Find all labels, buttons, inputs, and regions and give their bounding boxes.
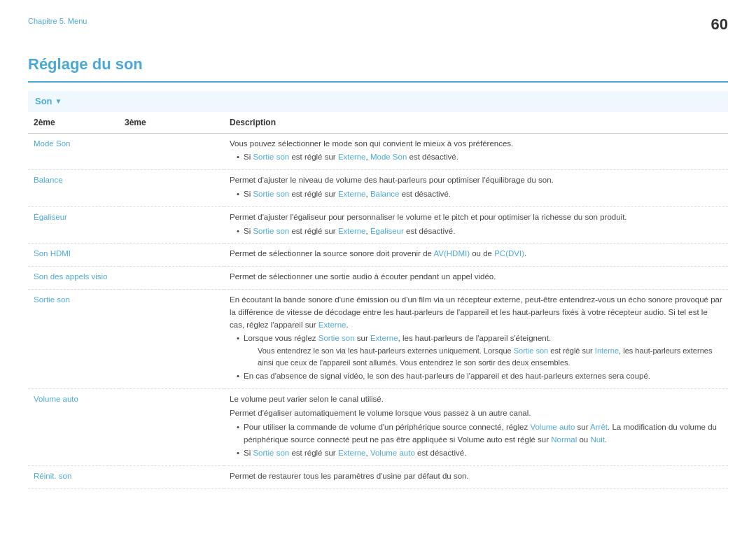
link-text: Volume auto (370, 449, 415, 457)
item-description: Permet d'ajuster le niveau de volume des… (224, 170, 728, 207)
link-text: Volume auto (370, 449, 415, 457)
page-number: 60 (711, 13, 728, 36)
link-text: Volume auto (370, 449, 415, 457)
link-text: Sortie son (253, 153, 289, 161)
item-name: Son des appels visio (28, 267, 119, 290)
chapter-label: Chapitre 5. Menu (28, 15, 87, 27)
link-text: Volume auto (530, 423, 575, 431)
table-row: ÉgaliseurPermet d'ajuster l'égaliseur po… (28, 206, 728, 244)
bullet-list-complex2: Pour utiliser la commande de volume d'un… (230, 421, 722, 460)
table-header: 2ème 3ème Description (28, 112, 728, 134)
table-row: Mode SonVous pouvez sélectionner le mode… (28, 133, 728, 170)
item-description: Permet de sélectionner la source sonore … (224, 244, 728, 267)
desc-text: En écoutant la bande sonore d'une émissi… (230, 294, 722, 331)
link-text: Externe (338, 449, 366, 457)
link-text: Sortie son (253, 227, 289, 235)
table-row: Réinit. sonPermet de restaurer tous les … (28, 466, 728, 489)
item-col2 (119, 133, 224, 170)
link-text: AV(HDMI) (434, 249, 470, 258)
table-row: Volume autoLe volume peut varier selon l… (28, 389, 728, 466)
list-item: Si Sortie son est réglé sur Externe, Vol… (237, 447, 722, 460)
item-name: Égaliseur (28, 206, 119, 244)
item-description: Le volume peut varier selon le canal uti… (224, 389, 728, 466)
item-description: Permet de sélectionner une sortie audio … (224, 267, 728, 290)
link-text: Égaliseur (370, 227, 404, 235)
link-text: Sortie son (253, 449, 289, 457)
item-description: Vous pouvez sélectionner le mode son qui… (224, 133, 728, 170)
item-name: Sortie son (28, 290, 119, 389)
desc-text: Permet de restaurer tous les paramètres … (230, 470, 722, 483)
table-row: Sortie sonEn écoutant la bande sonore d'… (28, 290, 728, 389)
section-header-text: Son (35, 94, 52, 108)
desc-text: Vous pouvez sélectionner le mode son qui… (230, 138, 722, 150)
link-text: PC(DVI) (494, 249, 524, 258)
list-item: Si Sortie son est réglé sur Externe, Mod… (237, 151, 722, 164)
item-col2 (119, 466, 224, 489)
table-row: Son des appels visioPermet de sélectionn… (28, 267, 728, 290)
list-item: Si Sortie son est réglé sur Externe, Éga… (237, 225, 722, 238)
item-name: Son HDMI (28, 244, 119, 267)
desc-text: Permet d'égaliser automatiquement le vol… (230, 407, 722, 420)
item-col2 (119, 206, 224, 244)
table-row: BalancePermet d'ajuster le niveau de vol… (28, 170, 728, 207)
link-text: Volume auto (530, 423, 575, 431)
chevron-down-icon: ▼ (55, 96, 62, 106)
link-text: Volume auto (370, 449, 415, 457)
item-description: Permet de restaurer tous les paramètres … (224, 466, 728, 489)
title-divider (28, 81, 728, 83)
col-header-desc: Description (224, 112, 728, 134)
item-col2 (119, 267, 224, 290)
desc-text: Permet d'ajuster l'égaliseur pour person… (230, 211, 722, 224)
bullet-list: Si Sortie son est réglé sur Externe, Mod… (230, 151, 722, 164)
desc-text-mixed: Permet de sélectionner la source sonore … (230, 248, 722, 260)
bullet-list: Si Sortie son est réglé sur Externe, Bal… (230, 188, 722, 201)
link-text: Externe (338, 153, 366, 161)
item-name: Mode Son (28, 133, 119, 170)
link-text: Balance (370, 190, 400, 198)
table-row: Son HDMIPermet de sélectionner la source… (28, 244, 728, 267)
link-text: Sortie son (514, 346, 549, 355)
list-item: En cas d'absence de signal vidéo, le son… (237, 370, 722, 383)
section-header: Son ▼ (28, 91, 728, 112)
col-header-3eme: 3ème (119, 112, 224, 134)
bullet-list: Si Sortie son est réglé sur Externe, Éga… (230, 225, 722, 238)
link-text: Mode Son (370, 153, 407, 161)
link-text: Externe (338, 227, 366, 235)
link-text: Externe (370, 334, 398, 342)
item-name: Volume auto (28, 389, 119, 466)
item-description: Permet d'ajuster l'égaliseur pour person… (224, 206, 728, 244)
link-text: Sortie son (318, 334, 355, 342)
desc-text: Permet de sélectionner une sortie audio … (230, 271, 722, 283)
desc-text: Permet d'ajuster le niveau de volume des… (230, 174, 722, 187)
link-text: Arrêt (590, 423, 608, 431)
link-text: Externe (338, 190, 366, 198)
page-title: Réglage du son (28, 52, 728, 76)
link-text: Sortie son (253, 190, 289, 198)
desc-text: Le volume peut varier selon le canal uti… (230, 393, 722, 406)
link-text: Volume auto (530, 423, 575, 431)
link-text: Interne (595, 346, 619, 355)
item-col2 (119, 244, 224, 267)
list-item: Lorsque vous réglez Sortie son sur Exter… (237, 332, 722, 369)
bullet-list-complex: Lorsque vous réglez Sortie son sur Exter… (230, 332, 722, 383)
col-header-2eme: 2ème (28, 112, 119, 134)
list-item: Pour utiliser la commande de volume d'un… (237, 421, 722, 447)
list-item: Si Sortie son est réglé sur Externe, Bal… (237, 188, 722, 201)
link-text: Normal (551, 435, 577, 444)
link-text: Nuit (590, 435, 604, 444)
item-description: En écoutant la bande sonore d'une émissi… (224, 290, 728, 389)
sub-text: Vous entendrez le son via les haut-parle… (244, 345, 722, 369)
link-text: Volume auto (530, 423, 575, 431)
link-text: Externe (318, 321, 346, 329)
item-col2 (119, 290, 224, 389)
item-name: Réinit. son (28, 466, 119, 489)
page-container: 60 Chapitre 5. Menu Réglage du son Son ▼… (0, 0, 756, 534)
main-table: 2ème 3ème Description Mode SonVous pouve… (28, 112, 728, 490)
item-name: Balance (28, 170, 119, 207)
item-col2 (119, 170, 224, 207)
item-col2 (119, 389, 224, 466)
